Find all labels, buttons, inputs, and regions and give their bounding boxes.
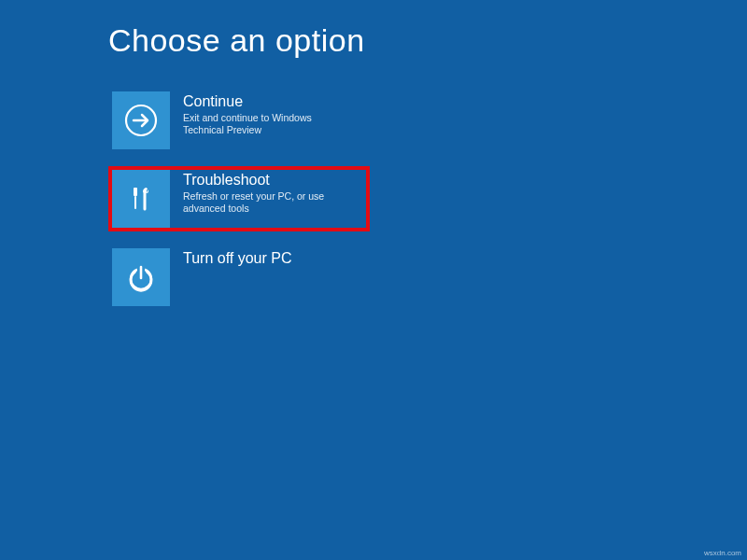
watermark: wsxdn.com — [704, 549, 741, 557]
option-turnoff-text: Turn off your PC — [170, 248, 292, 269]
option-turnoff-title: Turn off your PC — [183, 250, 292, 267]
power-icon — [124, 260, 158, 294]
options-list: Continue Exit and continue to Windows Te… — [108, 88, 370, 327]
option-troubleshoot-text: Troubleshoot Refresh or reset your PC, o… — [170, 170, 347, 215]
troubleshoot-tile — [112, 170, 170, 228]
svg-rect-3 — [134, 196, 136, 209]
svg-rect-2 — [134, 188, 137, 196]
arrow-right-icon — [123, 103, 159, 138]
option-troubleshoot-title: Troubleshoot — [183, 172, 347, 189]
option-troubleshoot-desc: Refresh or reset your PC, or use advance… — [183, 190, 347, 215]
option-continue-title: Continue — [183, 93, 347, 110]
option-continue-text: Continue Exit and continue to Windows Te… — [170, 91, 347, 136]
page-title: Choose an option — [108, 22, 365, 59]
option-troubleshoot[interactable]: Troubleshoot Refresh or reset your PC, o… — [108, 166, 370, 231]
option-continue-desc: Exit and continue to Windows Technical P… — [183, 112, 347, 136]
option-continue[interactable]: Continue Exit and continue to Windows Te… — [108, 88, 370, 153]
continue-tile — [112, 91, 170, 149]
option-turnoff[interactable]: Turn off your PC — [108, 245, 370, 310]
turnoff-tile — [112, 248, 170, 306]
tools-icon — [124, 182, 158, 216]
